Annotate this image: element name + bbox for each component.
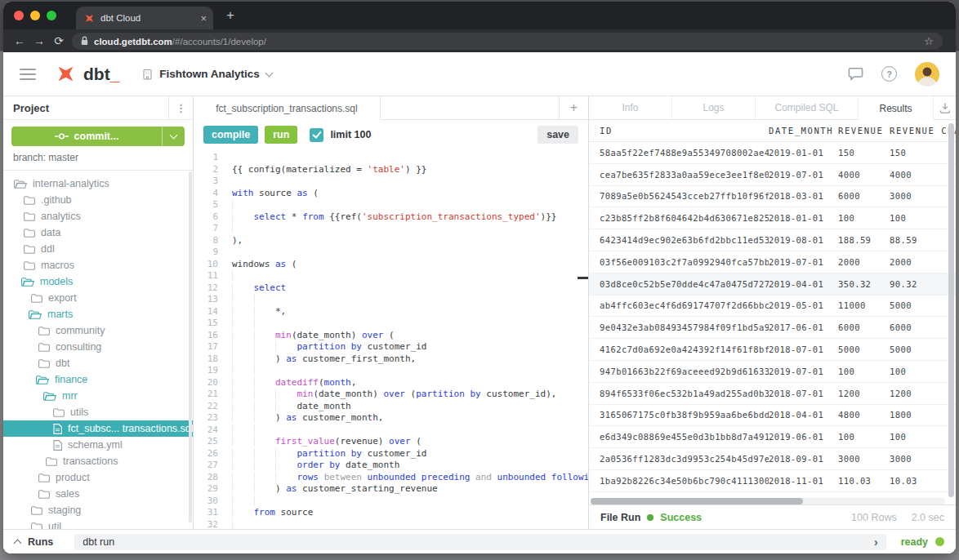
tree-item[interactable]: dbt: [3, 355, 193, 371]
panel-resize-handle[interactable]: [578, 277, 588, 279]
table-cell: 100: [838, 213, 890, 223]
url-path: /#/accounts/1/develop/: [172, 37, 266, 47]
line-number: 13: [194, 294, 218, 306]
tree-item-label: models: [40, 276, 73, 287]
code-editor[interactable]: 12{{ config(materialized = 'table') }}34…: [194, 149, 588, 529]
browser-tab[interactable]: dbt Cloud ×: [76, 7, 213, 29]
command-input[interactable]: dbt run ›: [74, 534, 885, 550]
folder-icon: [46, 457, 57, 466]
close-window-button[interactable]: [14, 11, 24, 20]
code-line: 12 select: [194, 282, 588, 295]
tree-item[interactable]: utils: [3, 404, 193, 420]
code-line: 11: [194, 270, 588, 282]
tree-item[interactable]: models: [3, 273, 193, 290]
help-icon[interactable]: ?: [881, 66, 897, 82]
code-line: 28 rows between unbounded preceding and …: [194, 472, 588, 484]
tree-item[interactable]: util: [3, 518, 193, 529]
table-cell: 1800: [890, 410, 956, 420]
save-button[interactable]: save: [537, 126, 578, 144]
run-button[interactable]: run: [265, 126, 297, 144]
code-line: 7: [194, 223, 588, 235]
tree-item[interactable]: export: [3, 290, 193, 306]
tree-item[interactable]: ddl: [3, 241, 193, 257]
runs-toggle[interactable]: Runs: [15, 536, 53, 548]
limit-checkbox[interactable]: [310, 128, 323, 142]
chevron-right-icon[interactable]: ›: [874, 536, 878, 549]
tree-item-label: product: [56, 472, 90, 483]
folder-icon: [31, 522, 42, 530]
code-line: 6 select * from {{ref('subscription_tran…: [194, 211, 588, 224]
code-line: 32: [194, 519, 588, 530]
commit-button[interactable]: commit...: [11, 127, 185, 146]
table-cell: 5000: [838, 344, 890, 354]
code-line: 17 partition by customer_id: [194, 341, 588, 353]
folder-open-icon: [43, 392, 56, 401]
file-icon: [53, 424, 62, 434]
horizontal-scrollbar-thumb[interactable]: [591, 498, 803, 504]
editor-tab[interactable]: fct_subscription_transactions.sql: [194, 96, 381, 120]
table-cell: 7089a5e0b5624543cceb27ffb10f96f5: [600, 191, 769, 201]
code-line: 8),: [194, 235, 588, 247]
compile-button[interactable]: compile: [203, 126, 258, 144]
vertical-scrollbar[interactable]: [948, 123, 954, 497]
tree-item[interactable]: product: [3, 469, 193, 486]
folder-icon: [31, 506, 42, 515]
horizontal-scrollbar[interactable]: [591, 498, 945, 504]
zoom-window-button[interactable]: [47, 11, 56, 20]
tree-item[interactable]: data: [3, 224, 193, 241]
download-icon[interactable]: [939, 102, 951, 113]
table-cell: e6d349c08869e455e0d3b1bb8d7a4910: [600, 432, 769, 442]
folder-icon: [38, 490, 50, 499]
minimize-window-button[interactable]: [30, 11, 40, 20]
tree-item[interactable]: transactions: [3, 453, 193, 469]
tree-item[interactable]: finance: [3, 371, 193, 388]
tree-item[interactable]: fct_subsc... transactions.sql: [3, 420, 193, 437]
bookmark-star-icon[interactable]: ☆: [924, 35, 934, 47]
tab-results[interactable]: Results: [859, 96, 934, 120]
tree-item[interactable]: sales: [3, 486, 193, 502]
commit-dropdown-button[interactable]: [163, 127, 185, 146]
tree-item[interactable]: community: [3, 322, 193, 339]
code-line: 25 first_value(revenue) over (: [194, 436, 588, 448]
forward-icon[interactable]: →: [29, 34, 49, 47]
tab-info[interactable]: Info: [589, 96, 672, 120]
download-cell: [934, 96, 956, 120]
sidebar-scrollbar[interactable]: [189, 171, 192, 522]
new-browser-tab-button[interactable]: +: [226, 7, 234, 24]
tree-item[interactable]: consulting: [3, 339, 193, 355]
tree-item[interactable]: .github: [3, 192, 193, 208]
code-line: 18 ) as customer_first_month,: [194, 353, 588, 366]
new-editor-tab-button[interactable]: +: [559, 96, 588, 120]
table-cell: 1200: [890, 389, 956, 398]
table-cell: 03f56e009103c2f7a0992940fca57bbe: [600, 257, 769, 267]
tab-compiled-sql[interactable]: Compiled SQL: [756, 96, 859, 120]
table-cell: 6000: [890, 322, 956, 332]
tree-item[interactable]: analytics: [3, 208, 193, 224]
tree-item[interactable]: marts: [3, 306, 193, 322]
table-cell: 3000: [890, 454, 956, 464]
table-row: 947b01663b22f69aceeed92b9d6163392019-07-…: [589, 361, 956, 383]
dbt-logo-icon[interactable]: [51, 60, 80, 88]
line-number: 15: [194, 318, 218, 330]
table-cell: 11000: [838, 300, 890, 310]
account-switcher[interactable]: Fishtown Analytics: [142, 68, 272, 80]
table-cell: 2018-07-01: [769, 389, 838, 398]
tree-item[interactable]: macros: [3, 257, 193, 273]
avatar[interactable]: [915, 62, 939, 87]
table-cell: 10.03: [890, 476, 956, 486]
tree-item[interactable]: internal-analytics: [3, 176, 193, 192]
table-row: 1ba92b8226c34e50b6bc790c4111300e2018-11-…: [589, 470, 956, 492]
tab-close-icon[interactable]: ×: [200, 12, 207, 24]
tree-item[interactable]: mrr: [3, 388, 193, 404]
col-header-revenue-change: REVENUE_CHA: [890, 126, 956, 136]
back-icon[interactable]: ←: [10, 34, 29, 47]
tab-logs[interactable]: Logs: [672, 96, 756, 120]
tree-item[interactable]: staging: [3, 502, 193, 518]
line-number: 5: [194, 199, 218, 211]
hamburger-menu-icon[interactable]: [20, 69, 36, 80]
chat-icon[interactable]: [848, 67, 863, 81]
address-bar[interactable]: cloud.getdbt.com/#/accounts/1/develop/ ☆: [72, 33, 943, 50]
tree-item[interactable]: schema.yml: [3, 437, 193, 453]
kebab-menu-icon[interactable]: ⋮: [168, 96, 193, 119]
reload-icon[interactable]: ⟳: [49, 34, 69, 47]
